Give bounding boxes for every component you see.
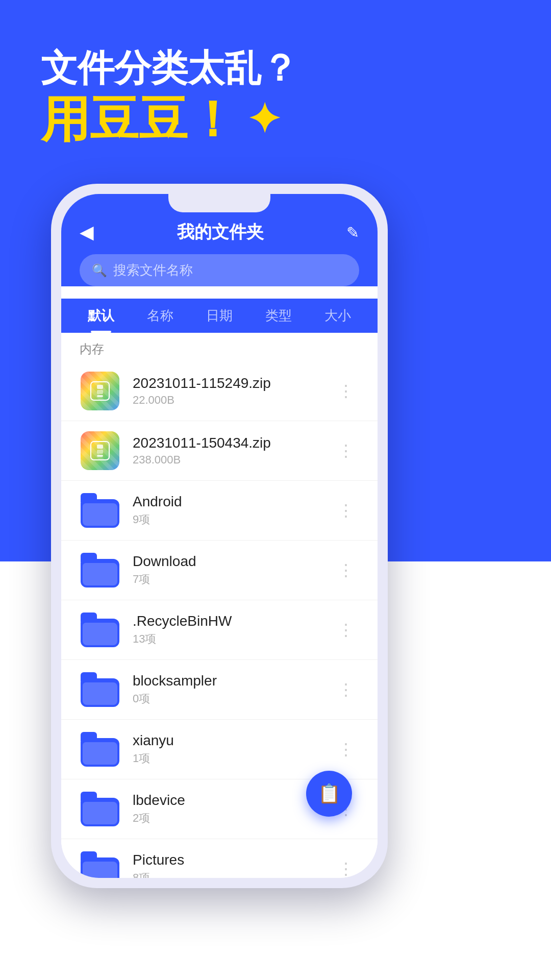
fab-button[interactable]: 📋 xyxy=(306,771,352,817)
file-info: lbdevice 2项 xyxy=(133,792,333,826)
file-info: 20231011-150434.zip 238.000B xyxy=(133,435,333,467)
fab-icon: 📋 xyxy=(318,783,341,804)
folder-icon xyxy=(81,553,119,587)
file-name: xianyu xyxy=(133,732,333,749)
file-item[interactable]: 20231011-115249.zip 22.000B ⋮ xyxy=(61,361,378,421)
file-name: Android xyxy=(133,494,333,510)
more-options-icon[interactable]: ⋮ xyxy=(333,436,359,465)
hero-line1: 文件分类太乱？ xyxy=(41,46,298,90)
more-options-icon[interactable]: ⋮ xyxy=(333,854,359,878)
file-info: Android 9项 xyxy=(133,494,333,527)
more-options-icon[interactable]: ⋮ xyxy=(333,734,359,764)
folder-icon xyxy=(81,493,119,528)
file-name: Pictures xyxy=(133,852,333,868)
search-placeholder: 搜索文件名称 xyxy=(113,261,193,279)
back-button[interactable]: ◀ xyxy=(80,222,94,243)
folder-icon xyxy=(81,732,119,767)
file-meta: 22.000B xyxy=(133,394,333,407)
hero-section: 文件分类太乱？ 用豆豆！ ✦ xyxy=(41,46,298,149)
file-meta: 238.000B xyxy=(133,453,333,467)
file-name: Download xyxy=(133,553,333,570)
file-name: .RecycleBinHW xyxy=(133,613,333,629)
sort-tab-size[interactable]: 大小 xyxy=(308,299,367,333)
section-label: 内存 xyxy=(61,333,378,361)
folder-icon xyxy=(81,792,119,826)
file-item[interactable]: 20231011-150434.zip 238.000B ⋮ xyxy=(61,421,378,481)
folder-icon-wrap xyxy=(80,669,120,710)
sort-tabs: 默认 名称 日期 类型 大小 xyxy=(61,299,378,333)
phone-screen: ◀ 我的文件夹 ✎ 🔍 搜索文件名称 默认 名称 日期 类型 大小 内存 xyxy=(61,194,378,878)
file-meta: 0项 xyxy=(133,691,333,706)
folder-icon xyxy=(81,612,119,647)
file-info: blocksampler 0项 xyxy=(133,673,333,706)
zip-icon xyxy=(81,431,119,470)
file-name: lbdevice xyxy=(133,792,333,808)
more-options-icon[interactable]: ⋮ xyxy=(333,675,359,704)
file-name: 20231011-150434.zip xyxy=(133,435,333,451)
sort-tab-date[interactable]: 日期 xyxy=(190,299,249,333)
zip-icon xyxy=(81,372,119,410)
search-bar[interactable]: 🔍 搜索文件名称 xyxy=(80,254,359,286)
app-title: 我的文件夹 xyxy=(177,220,264,244)
sort-tab-type[interactable]: 类型 xyxy=(249,299,308,333)
folder-icon xyxy=(81,851,119,878)
folder-icon-wrap xyxy=(80,550,120,591)
folder-icon-wrap xyxy=(80,490,120,531)
file-info: Pictures 8项 xyxy=(133,852,333,878)
file-meta: 8项 xyxy=(133,870,333,878)
folder-icon-wrap xyxy=(80,848,120,878)
file-meta: 9项 xyxy=(133,512,333,527)
file-item[interactable]: Pictures 8项 ⋮ xyxy=(61,839,378,878)
file-meta: 13项 xyxy=(133,631,333,647)
star-decoration: ✦ xyxy=(247,95,281,144)
file-meta: 1项 xyxy=(133,751,333,766)
file-meta: 2项 xyxy=(133,811,333,826)
hero-line2: 用豆豆！ ✦ xyxy=(41,90,298,149)
hero-line2-text: 用豆豆！ xyxy=(41,90,237,149)
file-item[interactable]: Android 9项 ⋮ xyxy=(61,481,378,541)
more-options-icon[interactable]: ⋮ xyxy=(333,615,359,645)
file-info: 20231011-115249.zip 22.000B xyxy=(133,375,333,407)
zip-icon-wrap xyxy=(80,371,120,411)
folder-icon-wrap xyxy=(80,609,120,650)
search-icon: 🔍 xyxy=(92,263,107,278)
file-name: 20231011-115249.zip xyxy=(133,375,333,391)
file-item[interactable]: Download 7项 ⋮ xyxy=(61,541,378,600)
file-item[interactable]: .RecycleBinHW 13项 ⋮ xyxy=(61,600,378,660)
file-info: xianyu 1项 xyxy=(133,732,333,766)
zip-icon-wrap xyxy=(80,430,120,471)
sort-tab-name[interactable]: 名称 xyxy=(131,299,190,333)
file-info: .RecycleBinHW 13项 xyxy=(133,613,333,647)
file-item[interactable]: blocksampler 0项 ⋮ xyxy=(61,660,378,720)
title-row: ◀ 我的文件夹 ✎ xyxy=(80,220,359,254)
file-meta: 7项 xyxy=(133,572,333,587)
phone-outer-shell: ◀ 我的文件夹 ✎ 🔍 搜索文件名称 默认 名称 日期 类型 大小 内存 xyxy=(51,184,388,888)
folder-icon-wrap xyxy=(80,789,120,829)
phone-mockup: ◀ 我的文件夹 ✎ 🔍 搜索文件名称 默认 名称 日期 类型 大小 内存 xyxy=(51,184,388,888)
more-options-icon[interactable]: ⋮ xyxy=(333,376,359,406)
folder-icon xyxy=(81,672,119,707)
file-name: blocksampler xyxy=(133,673,333,689)
sort-tab-default[interactable]: 默认 xyxy=(71,299,131,333)
file-info: Download 7项 xyxy=(133,553,333,587)
more-options-icon[interactable]: ⋮ xyxy=(333,496,359,525)
edit-button[interactable]: ✎ xyxy=(346,224,359,241)
more-options-icon[interactable]: ⋮ xyxy=(333,555,359,585)
phone-notch xyxy=(168,194,270,212)
folder-icon-wrap xyxy=(80,729,120,770)
